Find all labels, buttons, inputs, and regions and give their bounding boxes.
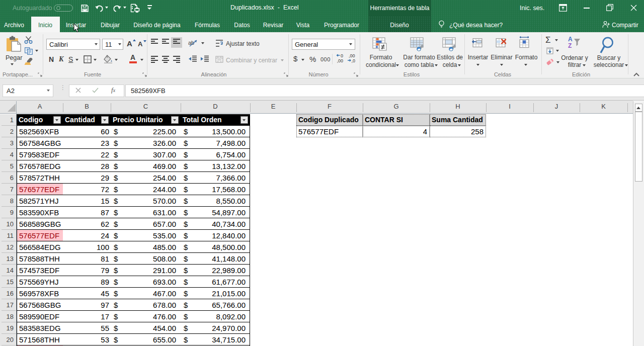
svg-text:,00: ,00 — [349, 53, 355, 58]
svg-text:A: A — [568, 36, 573, 43]
svg-text:0: 0 — [341, 53, 343, 58]
svg-text:,00: ,00 — [337, 58, 344, 63]
svg-text:,0: ,0 — [352, 58, 356, 63]
svg-text:Z: Z — [568, 42, 572, 49]
